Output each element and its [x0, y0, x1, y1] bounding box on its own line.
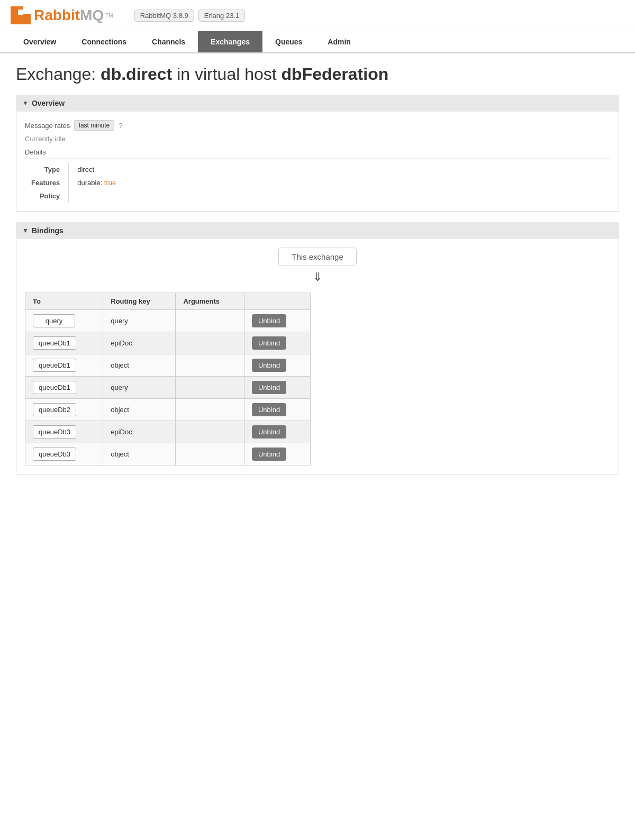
type-value: direct — [69, 163, 123, 176]
table-row: queueDb3epiDocUnbind — [25, 421, 311, 443]
table-row: queueDb1epiDocUnbind — [25, 332, 311, 354]
binding-routing-key-cell: epiDoc — [103, 421, 176, 443]
svg-rect-0 — [11, 6, 23, 24]
unbind-button[interactable]: Unbind — [252, 314, 286, 327]
table-row: queueDb1objectUnbind — [25, 354, 311, 377]
binding-routing-key-cell: object — [103, 399, 176, 421]
features-label: Features — [25, 176, 69, 189]
title-prefix: Exchange: — [16, 65, 101, 84]
logo-tm-text: TM — [105, 13, 113, 19]
binding-to-cell: queueDb1 — [25, 354, 103, 377]
svg-rect-1 — [23, 14, 31, 24]
title-middle: in virtual host — [172, 65, 281, 84]
binding-to-cell: queueDb3 — [25, 443, 103, 465]
binding-to-cell: queueDb2 — [25, 399, 103, 421]
binding-routing-key-cell: object — [103, 443, 176, 465]
unbind-button[interactable]: Unbind — [252, 336, 286, 350]
version-badges: RabbitMQ 3.8.9 Erlang 23.1 — [134, 10, 246, 22]
page-title: Exchange: db.direct in virtual host dbFe… — [16, 64, 619, 84]
currently-idle-label: Currently idle — [25, 135, 610, 143]
binding-routing-key-cell: object — [103, 354, 176, 377]
bindings-section: ▼ Bindings This exchange ⇓ To Routing ke… — [16, 222, 619, 474]
bindings-header-row: To Routing key Arguments — [25, 293, 311, 310]
binding-to-cell: queueDb1 — [25, 377, 103, 399]
binding-arguments-cell — [176, 377, 244, 399]
type-label: Type — [25, 163, 69, 176]
binding-routing-key-cell: epiDoc — [103, 332, 176, 354]
binding-action-cell: Unbind — [244, 443, 310, 465]
overview-section-header[interactable]: ▼ Overview — [16, 95, 619, 112]
table-row: queueDb3objectUnbind — [25, 443, 311, 465]
overview-arrow-icon: ▼ — [22, 99, 29, 107]
bindings-section-title: Bindings — [32, 226, 64, 235]
svg-rect-2 — [18, 10, 23, 15]
question-mark-icon[interactable]: ? — [119, 122, 122, 130]
rabbitmq-version-badge: RabbitMQ 3.8.9 — [134, 10, 194, 22]
binding-arguments-cell — [176, 421, 244, 443]
binding-action-cell: Unbind — [244, 332, 310, 354]
nav-item-queues[interactable]: Queues — [262, 31, 315, 52]
policy-value — [69, 189, 123, 203]
unbind-button[interactable]: Unbind — [252, 403, 286, 416]
binding-arguments-cell — [176, 332, 244, 354]
table-row: queueDb1queryUnbind — [25, 377, 311, 399]
nav-item-connections[interactable]: Connections — [69, 31, 139, 52]
unbind-button[interactable]: Unbind — [252, 448, 286, 461]
unbind-button[interactable]: Unbind — [252, 425, 286, 439]
overview-section-title: Overview — [32, 99, 65, 107]
col-arguments: Arguments — [176, 293, 244, 310]
message-rates-row: Message rates last minute ? — [25, 120, 610, 131]
unbind-button[interactable]: Unbind — [252, 381, 286, 394]
nav-item-overview[interactable]: Overview — [11, 31, 69, 52]
binding-routing-key-cell: query — [103, 377, 176, 399]
logo-rabbit-text: Rabbit — [34, 7, 80, 24]
unbind-button[interactable]: Unbind — [252, 359, 286, 372]
binding-arguments-cell — [176, 443, 244, 465]
rabbitmq-logo-icon — [11, 6, 31, 24]
details-table: Type direct Features durable: true Polic… — [25, 163, 122, 203]
binding-arguments-cell — [176, 310, 244, 332]
bindings-table-header: To Routing key Arguments — [25, 293, 311, 310]
logo: RabbitMQTM — [11, 6, 113, 24]
exchange-name: db.direct — [101, 65, 172, 84]
col-to: To — [25, 293, 103, 310]
bindings-table-body: queryqueryUnbindqueueDb1epiDocUnbindqueu… — [25, 310, 311, 465]
table-row: queueDb2objectUnbind — [25, 399, 311, 421]
durable-true-text: true — [104, 179, 116, 187]
binding-action-cell: Unbind — [244, 310, 310, 332]
message-rates-label: Message rates — [25, 122, 70, 130]
exchange-flow-diagram: This exchange ⇓ — [25, 248, 610, 284]
col-action — [244, 293, 310, 310]
binding-to-cell: query — [25, 310, 103, 332]
overview-section: ▼ Overview Message rates last minute ? C… — [16, 95, 619, 212]
erlang-version-badge: Erlang 23.1 — [198, 10, 246, 22]
binding-arguments-cell — [176, 354, 244, 377]
nav-item-admin[interactable]: Admin — [315, 31, 364, 52]
queue-box: queueDb2 — [33, 403, 76, 416]
binding-action-cell: Unbind — [244, 354, 310, 377]
binding-routing-key-cell: query — [103, 310, 176, 332]
bindings-section-header[interactable]: ▼ Bindings — [16, 222, 619, 239]
durable-text: durable: — [77, 179, 104, 187]
last-minute-button[interactable]: last minute — [74, 120, 114, 131]
binding-action-cell: Unbind — [244, 421, 310, 443]
binding-arguments-cell — [176, 399, 244, 421]
binding-to-cell: queueDb3 — [25, 421, 103, 443]
binding-action-cell: Unbind — [244, 377, 310, 399]
table-row: queryqueryUnbind — [25, 310, 311, 332]
queue-box: query — [33, 314, 75, 327]
details-type-row: Type direct — [25, 163, 122, 176]
details-features-row: Features durable: true — [25, 176, 122, 189]
bindings-section-body: This exchange ⇓ To Routing key Arguments… — [16, 239, 619, 474]
bindings-arrow-icon: ▼ — [22, 227, 29, 234]
nav-item-exchanges[interactable]: Exchanges — [198, 31, 262, 52]
features-value: durable: true — [69, 176, 123, 189]
page-content: Exchange: db.direct in virtual host dbFe… — [0, 53, 635, 496]
logo-mq-text: MQ — [80, 7, 104, 24]
policy-label: Policy — [25, 189, 69, 203]
col-routing-key: Routing key — [103, 293, 176, 310]
nav-item-channels[interactable]: Channels — [139, 31, 198, 52]
flow-arrow-down-icon: ⇓ — [313, 270, 322, 284]
navigation: Overview Connections Channels Exchanges … — [0, 31, 635, 53]
details-label: Details — [25, 148, 610, 159]
